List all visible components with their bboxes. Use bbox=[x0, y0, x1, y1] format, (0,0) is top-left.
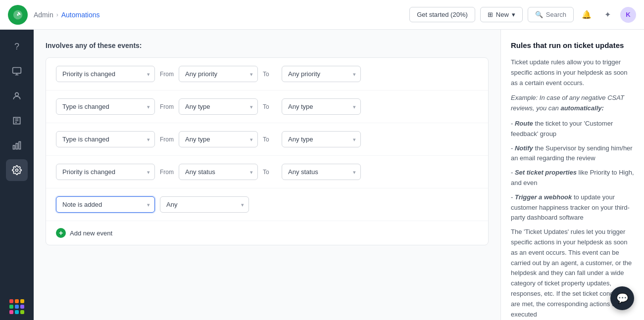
bullets-container: - Route the ticket to your 'Customer fee… bbox=[511, 119, 634, 223]
event-select-5[interactable]: Priority is changedType is changedStatus… bbox=[56, 196, 155, 213]
avatar[interactable]: K bbox=[620, 7, 636, 23]
to-select-input-3[interactable]: Any typeQuestionIncidentProblemFeature R… bbox=[282, 131, 361, 147]
from-select-1[interactable]: Any priorityLowMediumHighUrgent bbox=[179, 66, 258, 82]
app-dot bbox=[15, 305, 19, 309]
sidebar-item-settings[interactable] bbox=[6, 159, 28, 181]
from-select-input-2[interactable]: Any typeQuestionIncidentProblemFeature R… bbox=[179, 98, 258, 115]
event-select-input-4[interactable]: Priority is changedType is changedStatus… bbox=[56, 164, 155, 180]
new-button-label: New bbox=[496, 11, 509, 18]
sidebar-item-contacts[interactable] bbox=[6, 85, 28, 107]
topbar: Admin › Automations Get started (20%) ⊞ … bbox=[0, 0, 644, 30]
new-button[interactable]: ⊞ New ▾ bbox=[480, 7, 523, 22]
to-select-3[interactable]: Any typeQuestionIncidentProblemFeature R… bbox=[282, 131, 361, 147]
search-label: Search bbox=[546, 11, 566, 18]
svg-rect-2 bbox=[13, 68, 21, 74]
example-bold: automatically: bbox=[560, 104, 603, 112]
to-label-1: To bbox=[263, 71, 277, 78]
sidebar-item-help[interactable]: ? bbox=[6, 36, 28, 57]
to-label-3: To bbox=[263, 136, 277, 143]
add-event-icon: + bbox=[56, 228, 66, 238]
svg-rect-6 bbox=[19, 142, 20, 149]
breadcrumb: Admin › Automations bbox=[34, 11, 100, 19]
example-label: Example: bbox=[511, 94, 538, 101]
sidebar-item-docs[interactable] bbox=[6, 110, 28, 132]
sidebar-item-inbox[interactable] bbox=[6, 60, 28, 82]
bullet-4: - Trigger a webhook to update your custo… bbox=[511, 192, 634, 223]
from-label-2: From bbox=[160, 103, 174, 110]
apps-grid[interactable] bbox=[9, 299, 24, 314]
from-select-3[interactable]: Any typeQuestionIncidentProblemFeature R… bbox=[179, 131, 258, 147]
breadcrumb-admin[interactable]: Admin bbox=[34, 11, 53, 19]
right-panel: Rules that run on ticket updates Ticket … bbox=[500, 30, 644, 320]
svg-rect-4 bbox=[13, 145, 15, 149]
event-select-input-2[interactable]: Priority is changedType is changedStatus… bbox=[56, 98, 155, 115]
right-panel-para1: Ticket update rules allow you to trigger… bbox=[511, 57, 634, 88]
main-content: Involves any of these events: Priority i… bbox=[34, 30, 500, 320]
new-button-arrow: ▾ bbox=[512, 11, 515, 18]
topbar-actions: Get started (20%) ⊞ New ▾ 🔍 Search 🔔 ✦ K bbox=[409, 7, 636, 23]
to-select-input-2[interactable]: Any typeQuestionIncidentProblemFeature R… bbox=[282, 98, 361, 115]
get-started-button[interactable]: Get started (20%) bbox=[409, 7, 475, 22]
to-select-2[interactable]: Any typeQuestionIncidentProblemFeature R… bbox=[282, 98, 361, 115]
from-select-2[interactable]: Any typeQuestionIncidentProblemFeature R… bbox=[179, 98, 258, 115]
app-dot bbox=[20, 310, 24, 314]
sidebar-item-reports[interactable] bbox=[6, 135, 28, 156]
app-dot bbox=[20, 305, 24, 309]
event-select-input-1[interactable]: Priority is changedType is changedStatus… bbox=[56, 66, 155, 82]
to-label-2: To bbox=[263, 103, 277, 110]
app-dot bbox=[20, 299, 24, 303]
app-dot bbox=[9, 305, 13, 309]
events-container: Priority is changedType is changedStatus… bbox=[46, 57, 489, 245]
event-select-1[interactable]: Priority is changedType is changedStatus… bbox=[56, 66, 155, 82]
bullet-2: - Notify the Supervisor by sending him/h… bbox=[511, 143, 634, 164]
single-select-5[interactable]: AnyPublic NotePrivate Note bbox=[160, 196, 249, 213]
app-dot bbox=[9, 299, 13, 303]
from-label-3: From bbox=[160, 136, 174, 143]
bullet-3: - Set ticket properties like Priority to… bbox=[511, 168, 634, 188]
to-select-4[interactable]: Any statusOpenPendingResolvedClosed bbox=[282, 164, 361, 180]
layout: ? Involves any of these events: Priority… bbox=[0, 30, 644, 320]
breadcrumb-current[interactable]: Automations bbox=[61, 11, 100, 19]
section-title: Involves any of these events: bbox=[46, 42, 489, 49]
svg-point-3 bbox=[15, 92, 19, 96]
add-event-label: Add new event bbox=[70, 229, 112, 237]
from-label-4: From bbox=[160, 169, 174, 176]
notifications-button[interactable]: 🔔 bbox=[579, 7, 594, 23]
event-row-4: Priority is changedType is changedStatus… bbox=[46, 156, 488, 188]
to-select-input-1[interactable]: Any priorityLowMediumHighUrgent bbox=[282, 66, 361, 82]
event-select-2[interactable]: Priority is changedType is changedStatus… bbox=[56, 98, 155, 115]
sidebar-bottom bbox=[9, 299, 24, 314]
svg-rect-5 bbox=[16, 143, 17, 149]
from-label-1: From bbox=[160, 71, 174, 78]
event-row-3: Priority is changedType is changedStatus… bbox=[46, 123, 488, 156]
add-event-button[interactable]: + Add new event bbox=[46, 221, 488, 245]
app-dot bbox=[9, 310, 13, 314]
new-button-icon: ⊞ bbox=[488, 11, 493, 18]
ai-button[interactable]: ✦ bbox=[599, 7, 615, 23]
to-select-input-4[interactable]: Any statusOpenPendingResolvedClosed bbox=[282, 164, 361, 180]
event-select-input-3[interactable]: Priority is changedType is changedStatus… bbox=[56, 131, 155, 147]
to-select-1[interactable]: Any priorityLowMediumHighUrgent bbox=[282, 66, 361, 82]
sidebar: ? bbox=[0, 30, 34, 320]
app-dot bbox=[15, 310, 19, 314]
search-icon: 🔍 bbox=[535, 11, 543, 18]
to-label-4: To bbox=[263, 169, 277, 176]
search-button[interactable]: 🔍 Search bbox=[528, 7, 574, 22]
event-row-1: Priority is changedType is changedStatus… bbox=[46, 58, 488, 91]
chat-button[interactable]: 💬 bbox=[610, 286, 634, 310]
event-select-input-5[interactable]: Priority is changedType is changedStatus… bbox=[56, 196, 155, 213]
from-select-input-4[interactable]: Any statusOpenPendingResolvedClosed bbox=[179, 164, 258, 180]
single-select-input-5[interactable]: AnyPublic NotePrivate Note bbox=[160, 196, 249, 213]
logo-icon bbox=[12, 9, 23, 20]
right-panel-title: Rules that run on ticket updates bbox=[511, 40, 634, 51]
event-select-3[interactable]: Priority is changedType is changedStatus… bbox=[56, 131, 155, 147]
from-select-4[interactable]: Any statusOpenPendingResolvedClosed bbox=[179, 164, 258, 180]
svg-point-7 bbox=[16, 169, 18, 172]
from-select-input-3[interactable]: Any typeQuestionIncidentProblemFeature R… bbox=[179, 131, 258, 147]
event-select-4[interactable]: Priority is changedType is changedStatus… bbox=[56, 164, 155, 180]
app-logo bbox=[8, 5, 28, 25]
event-row-2: Priority is changedType is changedStatus… bbox=[46, 91, 488, 123]
from-select-input-1[interactable]: Any priorityLowMediumHighUrgent bbox=[179, 66, 258, 82]
right-panel-example: Example: In case of any negative CSAT re… bbox=[511, 93, 634, 114]
event-row-5: Priority is changedType is changedStatus… bbox=[46, 188, 488, 221]
